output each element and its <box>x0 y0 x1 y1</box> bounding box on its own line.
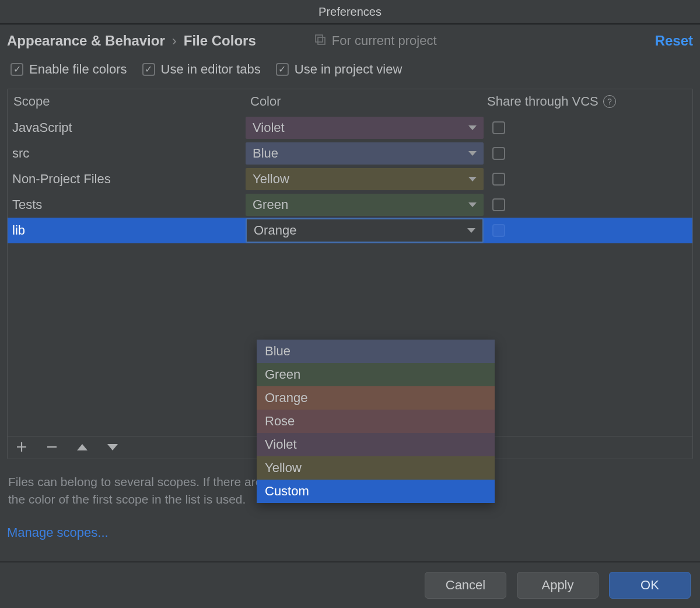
color-dropdown-cell[interactable]: Orange <box>246 218 484 243</box>
scope-cell: src <box>8 146 246 161</box>
breadcrumb-parent[interactable]: Appearance & Behavior <box>7 33 165 49</box>
breadcrumb-current: File Colors <box>184 33 256 49</box>
header-color: Color <box>250 94 487 109</box>
scope-cell: Tests <box>8 197 246 212</box>
table-row[interactable]: libOrange <box>8 218 692 243</box>
dropdown-item[interactable]: Violet <box>257 433 495 456</box>
window-title: Preferences <box>0 0 700 23</box>
svg-rect-1 <box>318 37 325 44</box>
dropdown-item[interactable]: Rose <box>257 410 495 433</box>
enable-file-colors-label: Enable file colors <box>29 62 127 77</box>
color-label: Violet <box>253 120 285 135</box>
use-in-editor-tabs-label: Use in editor tabs <box>161 62 261 77</box>
header-share-text: Share through VCS <box>487 94 598 109</box>
color-label: Green <box>253 197 288 212</box>
svg-rect-0 <box>316 35 323 42</box>
chevron-down-icon <box>468 125 477 130</box>
for-current-project-text: For current project <box>332 33 437 48</box>
chevron-down-icon <box>468 177 477 181</box>
use-in-project-view-label: Use in project view <box>295 62 402 77</box>
color-dropdown[interactable]: BlueGreenOrangeRoseVioletYellowCustom <box>257 340 495 503</box>
header-share: Share through VCS ? <box>487 94 688 109</box>
cancel-button[interactable]: Cancel <box>425 572 506 599</box>
checkbox-icon <box>10 63 23 76</box>
color-dropdown-cell[interactable]: Violet <box>246 117 484 139</box>
chevron-down-icon <box>467 228 475 233</box>
share-cell[interactable] <box>484 198 514 211</box>
help-icon[interactable]: ? <box>603 95 616 108</box>
move-down-button[interactable] <box>107 441 118 453</box>
scope-cell: Non-Project Files <box>8 172 246 187</box>
dropdown-item[interactable]: Yellow <box>257 456 495 480</box>
ok-button[interactable]: OK <box>609 572 691 599</box>
chevron-down-icon <box>468 202 477 207</box>
share-cell[interactable] <box>484 173 514 186</box>
scope-cell: lib <box>8 223 246 238</box>
for-current-project-label: For current project <box>314 33 437 48</box>
color-dropdown-cell[interactable]: Yellow <box>246 168 484 190</box>
share-cell[interactable] <box>484 147 514 160</box>
table-row[interactable]: Non-Project FilesYellow <box>8 166 692 192</box>
dropdown-item[interactable]: Blue <box>257 340 495 363</box>
color-label: Orange <box>254 223 296 238</box>
chevron-down-icon <box>468 151 477 156</box>
use-in-editor-tabs-checkbox[interactable]: Use in editor tabs <box>142 62 261 77</box>
table-row[interactable]: TestsGreen <box>8 192 692 218</box>
share-checkbox[interactable] <box>492 121 505 134</box>
color-label: Yellow <box>253 172 289 187</box>
share-checkbox[interactable] <box>492 198 505 211</box>
color-label: Blue <box>253 146 278 161</box>
manage-scopes-link[interactable]: Manage scopes... <box>7 525 693 540</box>
add-button[interactable] <box>16 441 27 453</box>
use-in-project-view-checkbox[interactable]: Use in project view <box>276 62 402 77</box>
color-dropdown-cell[interactable]: Green <box>246 194 484 216</box>
scope-cell: JavaScript <box>8 120 246 135</box>
dropdown-item[interactable]: Orange <box>257 386 495 410</box>
chevron-right-icon: › <box>172 33 177 49</box>
enable-file-colors-checkbox[interactable]: Enable file colors <box>10 62 127 77</box>
share-checkbox[interactable] <box>492 147 505 160</box>
share-checkbox[interactable] <box>492 224 505 237</box>
project-icon <box>314 33 326 48</box>
share-cell[interactable] <box>484 121 514 134</box>
move-up-button[interactable] <box>76 441 88 453</box>
apply-button[interactable]: Apply <box>517 572 598 599</box>
header-scope: Scope <box>12 94 250 109</box>
breadcrumb: Appearance & Behavior › File Colors <box>7 33 256 49</box>
remove-button[interactable] <box>46 441 58 453</box>
table-row[interactable]: srcBlue <box>8 141 692 166</box>
share-cell[interactable] <box>484 224 514 237</box>
checkbox-icon <box>276 63 289 76</box>
dropdown-item[interactable]: Green <box>257 363 495 386</box>
table-row[interactable]: JavaScriptViolet <box>8 115 692 141</box>
reset-link[interactable]: Reset <box>655 33 693 49</box>
checkbox-icon <box>142 63 155 76</box>
dropdown-item[interactable]: Custom <box>257 480 495 503</box>
color-dropdown-cell[interactable]: Blue <box>246 142 484 165</box>
share-checkbox[interactable] <box>492 173 505 186</box>
